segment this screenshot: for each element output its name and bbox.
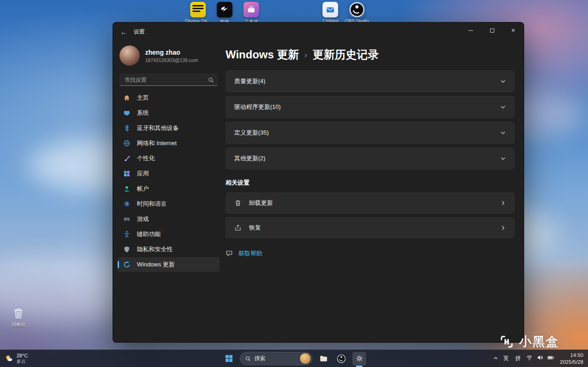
breadcrumb-separator-icon: › bbox=[305, 51, 307, 60]
sidebar-item-privacy[interactable]: 隐私和安全性 bbox=[118, 242, 220, 257]
windows-update-icon bbox=[123, 261, 130, 268]
taskbar-app-obs[interactable] bbox=[334, 352, 348, 366]
volume-icon[interactable] bbox=[537, 354, 543, 363]
desktop: Display Dri... 剪映 工具箱 139Mail OBS Studio bbox=[0, 0, 588, 367]
user-profile[interactable]: zheng zhao 18743126303@139.com bbox=[119, 45, 218, 66]
back-button[interactable]: ← bbox=[120, 28, 127, 36]
sidebar-item-system[interactable]: 系统 bbox=[118, 106, 220, 120]
taskbar-search[interactable]: 搜索 bbox=[240, 352, 312, 365]
trash-icon bbox=[234, 199, 242, 207]
desktop-icon-ddu[interactable]: Display Dri... bbox=[183, 2, 213, 24]
recycle-bin-icon bbox=[11, 306, 26, 321]
accounts-icon bbox=[123, 185, 130, 192]
sidebar-item-gaming[interactable]: 游戏 bbox=[118, 212, 220, 226]
sidebar-item-label: 帐户 bbox=[137, 185, 149, 193]
wifi-icon[interactable] bbox=[526, 354, 533, 363]
ddu-icon bbox=[190, 2, 206, 17]
widgets-button[interactable]: 28°C 多云 bbox=[5, 350, 28, 367]
sidebar-item-label: 辅助功能 bbox=[137, 230, 161, 238]
heybox-logo-icon bbox=[499, 334, 514, 350]
settings-search bbox=[119, 74, 218, 86]
sidebar-item-network[interactable]: 网络和 Internet bbox=[118, 136, 220, 151]
sidebar-item-accessibility[interactable]: 辅助功能 bbox=[118, 227, 220, 242]
battery-icon[interactable] bbox=[547, 354, 554, 363]
network-icon bbox=[123, 140, 130, 147]
chevron-right-icon bbox=[500, 225, 506, 231]
expander-quality-updates[interactable]: 质量更新(4) bbox=[226, 70, 514, 92]
tray-date: 2025/5/28 bbox=[560, 359, 583, 365]
clock[interactable]: 14:50 2025/5/28 bbox=[560, 352, 583, 365]
tray-chevron-up-icon[interactable] bbox=[493, 355, 498, 363]
ime-mode-indicator[interactable]: 拼 bbox=[514, 354, 522, 363]
chevron-down-icon bbox=[500, 79, 506, 84]
get-help-link[interactable]: 获取帮助 bbox=[226, 249, 514, 258]
breadcrumb: Windows 更新 › 更新历史记录 bbox=[226, 47, 514, 62]
sidebar-item-label: 隐私和安全性 bbox=[137, 245, 173, 254]
maximize-button[interactable] bbox=[481, 23, 503, 38]
minimize-button[interactable] bbox=[460, 23, 481, 38]
expander-label: 质量更新(4) bbox=[234, 77, 266, 85]
sidebar-item-label: 个性化 bbox=[137, 154, 155, 163]
desktop-icon-obs[interactable]: OBS Studio bbox=[342, 2, 372, 24]
titlebar: ← 设置 × bbox=[113, 23, 524, 41]
sidebar-item-label: 应用 bbox=[137, 169, 149, 178]
desktop-icon-139mail[interactable]: 139Mail bbox=[315, 2, 345, 24]
related-item-label: 卸载更新 bbox=[249, 199, 273, 207]
folder-icon bbox=[319, 354, 328, 363]
obs-icon bbox=[337, 354, 346, 363]
avatar bbox=[119, 45, 140, 66]
system-tray: 英 拼 14:50 2025/5/28 bbox=[493, 350, 585, 367]
sidebar-item-home[interactable]: 主页 bbox=[118, 90, 220, 105]
settings-window: ← 设置 × zheng zhao 18743126303@139.com bbox=[113, 22, 524, 343]
expander-label: 定义更新(35) bbox=[234, 129, 269, 137]
search-icon bbox=[245, 356, 251, 361]
breadcrumb-root[interactable]: Windows 更新 bbox=[226, 47, 299, 62]
weather-icon bbox=[5, 354, 13, 363]
sidebar-item-label: 游戏 bbox=[137, 215, 149, 223]
close-icon: × bbox=[511, 27, 515, 34]
sidebar-item-accounts[interactable]: 帐户 bbox=[118, 181, 220, 196]
personalization-icon bbox=[123, 155, 130, 162]
sidebar-item-time-language[interactable]: 时间和语言 bbox=[118, 197, 220, 211]
expander-label: 其他更新(2) bbox=[234, 154, 266, 163]
chevron-down-icon bbox=[500, 104, 506, 110]
expander-label: 驱动程序更新(10) bbox=[234, 103, 281, 111]
page-title: 更新历史记录 bbox=[312, 47, 379, 62]
expander-definition-updates[interactable]: 定义更新(35) bbox=[226, 122, 514, 144]
watermark-text: 小黑盒 bbox=[519, 333, 559, 350]
sidebar-item-apps[interactable]: 应用 bbox=[118, 166, 220, 181]
accessibility-icon bbox=[123, 231, 130, 238]
search-input[interactable] bbox=[119, 74, 218, 86]
shield-icon bbox=[123, 246, 130, 253]
taskbar-app-files[interactable] bbox=[317, 352, 330, 366]
chevron-down-icon bbox=[500, 156, 506, 161]
sidebar-item-label: 时间和语言 bbox=[137, 200, 167, 208]
settings-sidebar: zheng zhao 18743126303@139.com 主页 系统 bbox=[113, 41, 224, 342]
taskbar: 28°C 多云 搜索 bbox=[0, 350, 588, 367]
sidebar-item-label: 系统 bbox=[137, 109, 149, 117]
user-email: 18743126303@139.com bbox=[145, 57, 198, 63]
chevron-right-icon bbox=[500, 200, 506, 206]
start-button[interactable] bbox=[222, 352, 236, 366]
uninstall-updates-row[interactable]: 卸载更新 bbox=[226, 192, 514, 214]
taskbar-app-settings[interactable] bbox=[352, 352, 366, 366]
capcut-icon bbox=[217, 2, 232, 17]
language-indicator[interactable]: 英 bbox=[502, 354, 510, 363]
expander-driver-updates[interactable]: 驱动程序更新(10) bbox=[226, 96, 514, 118]
sidebar-item-label: 蓝牙和其他设备 bbox=[137, 124, 179, 132]
sidebar-item-bluetooth[interactable]: 蓝牙和其他设备 bbox=[118, 121, 220, 136]
recovery-row[interactable]: 恢复 bbox=[226, 217, 514, 238]
settings-nav: 主页 系统 蓝牙和其他设备 网络和 Internet 个性化 bbox=[118, 90, 220, 272]
sidebar-item-label: 网络和 Internet bbox=[137, 139, 177, 147]
settings-main: Windows 更新 › 更新历史记录 质量更新(4) 驱动程序更新(10) 定… bbox=[224, 41, 524, 342]
sidebar-item-windows-update[interactable]: Windows 更新 bbox=[118, 257, 220, 272]
related-item-label: 恢复 bbox=[249, 224, 261, 232]
clock-icon bbox=[123, 200, 130, 208]
close-button[interactable]: × bbox=[503, 23, 524, 38]
sidebar-item-personalization[interactable]: 个性化 bbox=[118, 151, 220, 166]
sidebar-item-label: 主页 bbox=[137, 94, 149, 102]
desktop-icon-recycle-bin[interactable]: 回收站 bbox=[4, 306, 33, 328]
expander-other-updates[interactable]: 其他更新(2) bbox=[226, 147, 514, 169]
system-icon bbox=[123, 109, 130, 117]
taskbar-search-label: 搜索 bbox=[254, 355, 266, 362]
